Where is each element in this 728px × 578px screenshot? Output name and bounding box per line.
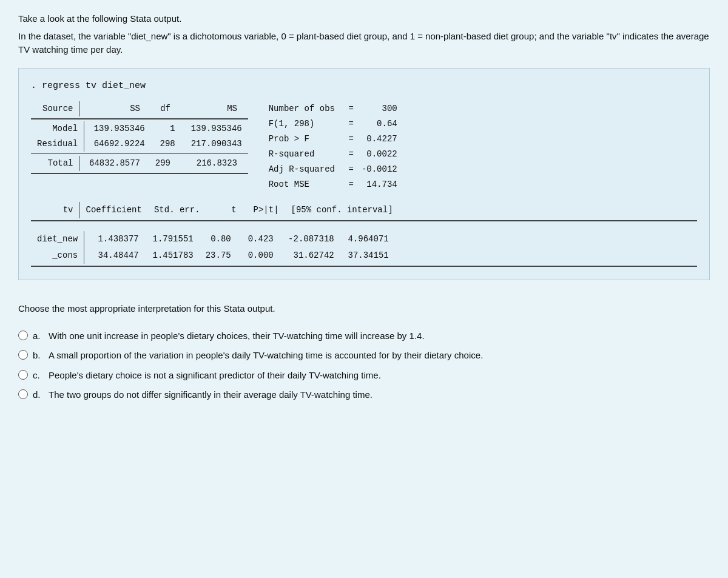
coef-ci-lo: 31.62742 — [280, 247, 340, 264]
coef-header-tv: tv — [31, 202, 79, 218]
anova-cell-ms: 217.090343 — [181, 136, 248, 152]
stat-label: Prob > F — [266, 132, 345, 147]
stat-eq: = — [345, 147, 357, 162]
coef-value: 1.438377 — [84, 231, 145, 247]
stats-row: Adj R-squared = -0.0012 — [266, 162, 400, 177]
coef-header-coef: Coefficient — [79, 202, 148, 218]
coef-header-ci: [95% conf. interval] — [285, 202, 399, 218]
anova-cell-df: 1 — [151, 121, 181, 136]
anova-table-container: Source SS df MS Model 139.935346 1 139.9… — [31, 101, 248, 192]
coef-stderr: 1.791551 — [145, 231, 200, 247]
radio-button[interactable] — [18, 370, 28, 380]
intro-line1: Take a look at the following Stata outpu… — [18, 12, 710, 26]
stat-value: 0.64 — [357, 116, 400, 132]
anova-col-df-header: df — [146, 101, 177, 116]
stat-eq: = — [345, 162, 357, 177]
stat-value: 0.4227 — [357, 132, 400, 147]
coef-t: 0.80 — [200, 231, 237, 247]
stata-output-block: . regress tv diet_new Source SS df MS Mo… — [18, 68, 710, 281]
coef-ci-hi: 4.964071 — [340, 231, 395, 247]
option-text: People's dietary choice is not a signifi… — [49, 369, 381, 383]
stats-row: Number of obs = 300 — [266, 101, 400, 116]
anova-row: Residual 64692.9224 298 217.090343 — [31, 136, 248, 152]
anova-total-ms: 216.8323 — [177, 156, 243, 171]
coef-row: _cons 34.48447 1.451783 23.75 0.000 31.6… — [31, 247, 395, 264]
options-list: a. With one unit increase in people's di… — [18, 329, 710, 402]
anova-header-row: Source SS df MS — [31, 101, 243, 116]
stats-row: F(1, 298) = 0.64 — [266, 116, 400, 132]
option-item[interactable]: d. The two groups do not differ signific… — [18, 388, 710, 402]
anova-total-df: 299 — [146, 156, 177, 171]
anova-cell-source: Model — [31, 121, 84, 136]
stat-label: F(1, 298) — [266, 116, 345, 132]
stat-value: 14.734 — [357, 177, 400, 192]
coef-body-table: diet_new 1.438377 1.791551 0.80 0.423 -2… — [31, 231, 395, 264]
coef-ci-hi: 37.34151 — [340, 247, 395, 264]
anova-cell-df: 298 — [151, 136, 181, 152]
option-item[interactable]: a. With one unit increase in people's di… — [18, 329, 710, 343]
coef-header-stderr: Std. err. — [148, 202, 206, 218]
stat-eq: = — [345, 116, 357, 132]
coef-value: 34.48447 — [84, 247, 145, 264]
anova-cell-ms: 139.935346 — [181, 121, 248, 136]
stata-command: . regress tv diet_new — [31, 79, 697, 93]
option-item[interactable]: c. People's dietary choice is not a sign… — [18, 369, 710, 383]
anova-total-source: Total — [31, 156, 79, 171]
anova-table: Source SS df MS — [31, 101, 243, 116]
stat-eq: = — [345, 132, 357, 147]
coef-header-row: tv Coefficient Std. err. t P>|t| [95% co… — [31, 202, 399, 218]
coef-header-p: P>|t| — [243, 202, 285, 218]
coef-stderr: 1.451783 — [145, 247, 200, 264]
intro-section: Take a look at the following Stata outpu… — [18, 12, 710, 57]
stats-row: R-squared = 0.0022 — [266, 147, 400, 162]
option-letter: c. — [33, 369, 44, 383]
radio-button[interactable] — [18, 350, 28, 360]
option-text: A small proportion of the variation in p… — [49, 349, 483, 363]
option-text: The two groups do not differ significant… — [49, 388, 372, 402]
anova-total-table: Total 64832.8577 299 216.8323 — [31, 156, 243, 171]
stats-row: Root MSE = 14.734 — [266, 177, 400, 192]
coef-t: 23.75 — [200, 247, 237, 264]
stat-label: R-squared — [266, 147, 345, 162]
anova-col-ms-header: MS — [177, 101, 243, 116]
stat-value: 0.0022 — [357, 147, 400, 162]
option-text: With one unit increase in people's dieta… — [49, 329, 425, 343]
coef-varname: diet_new — [31, 231, 84, 247]
anova-cell-ss: 64692.9224 — [84, 136, 151, 152]
option-letter: b. — [33, 349, 44, 363]
coef-section: tv Coefficient Std. err. t P>|t| [95% co… — [31, 202, 697, 267]
stat-label: Adj R-squared — [266, 162, 345, 177]
stat-eq: = — [345, 177, 357, 192]
stats-table: Number of obs = 300 F(1, 298) = 0.64 Pro… — [266, 101, 400, 192]
anova-total-ss: 64832.8577 — [79, 156, 146, 171]
stat-label: Number of obs — [266, 101, 345, 116]
question-text: Choose the most appropriate interpretati… — [18, 302, 710, 316]
anova-total-row: Total 64832.8577 299 216.8323 — [31, 156, 243, 171]
stats-side-panel: Number of obs = 300 F(1, 298) = 0.64 Pro… — [248, 101, 697, 192]
coef-row: diet_new 1.438377 1.791551 0.80 0.423 -2… — [31, 231, 395, 247]
radio-button[interactable] — [18, 389, 28, 399]
radio-button[interactable] — [18, 331, 28, 340]
anova-stats-section: Source SS df MS Model 139.935346 1 139.9… — [31, 101, 697, 192]
option-letter: a. — [33, 329, 44, 343]
intro-line2: In the dataset, the variable "diet_new" … — [18, 30, 710, 57]
anova-row: Model 139.935346 1 139.935346 — [31, 121, 248, 136]
option-item[interactable]: b. A small proportion of the variation i… — [18, 349, 710, 363]
stats-row: Prob > F = 0.4227 — [266, 132, 400, 147]
anova-col-ss-header: SS — [79, 101, 146, 116]
coef-ci-lo: -2.087318 — [280, 231, 340, 247]
anova-cell-ss: 139.935346 — [84, 121, 151, 136]
anova-col-source-header: Source — [31, 101, 79, 116]
coef-table: tv Coefficient Std. err. t P>|t| [95% co… — [31, 202, 399, 218]
coef-p: 0.423 — [237, 231, 280, 247]
stat-eq: = — [345, 101, 357, 116]
anova-cell-source: Residual — [31, 136, 84, 152]
coef-header-t: t — [206, 202, 243, 218]
option-letter: d. — [33, 388, 44, 402]
coef-p: 0.000 — [237, 247, 280, 264]
stat-value: -0.0012 — [357, 162, 400, 177]
anova-body-table: Model 139.935346 1 139.935346 Residual 6… — [31, 121, 248, 152]
stat-label: Root MSE — [266, 177, 345, 192]
stat-value: 300 — [357, 101, 400, 116]
coef-varname: _cons — [31, 247, 84, 264]
